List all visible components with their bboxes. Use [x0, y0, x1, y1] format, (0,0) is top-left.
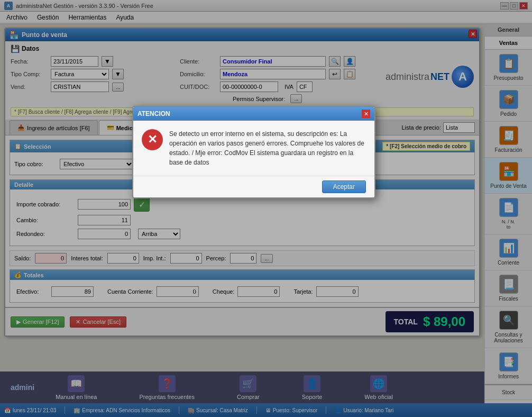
- alert-error-icon: ✕: [142, 129, 163, 150]
- alert-message: Se detecto un error interno en el sistem…: [169, 129, 366, 167]
- alert-overlay: ATENCION ✕ ✕ Se detecto un error interno…: [0, 0, 532, 417]
- alert-close-btn[interactable]: ✕: [362, 110, 370, 118]
- alert-body: ✕ Se detecto un error interno en el sist…: [133, 121, 374, 176]
- alert-title-bar: ATENCION ✕: [133, 107, 374, 121]
- alert-accept-btn[interactable]: Aceptar: [322, 180, 366, 193]
- alert-footer: Aceptar: [133, 176, 374, 197]
- alert-title: ATENCION: [137, 110, 170, 117]
- alert-dialog: ATENCION ✕ ✕ Se detecto un error interno…: [132, 106, 375, 198]
